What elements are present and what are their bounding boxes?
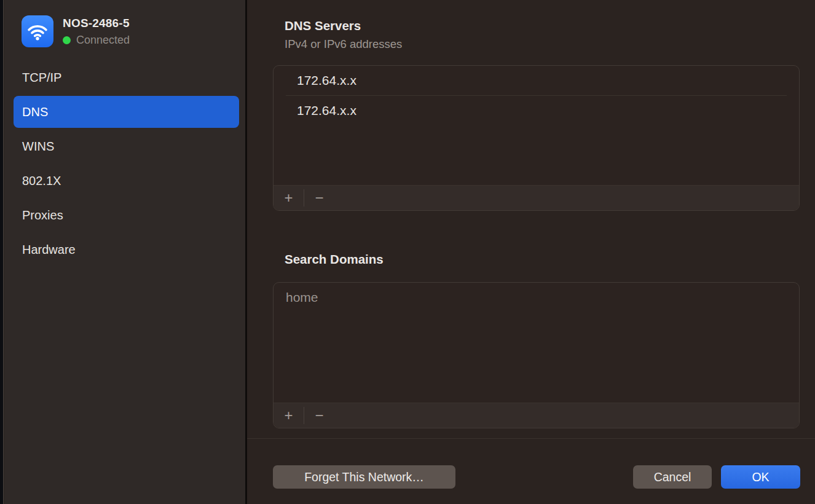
- dns-server-value: 172.64.x.x: [297, 73, 356, 88]
- dns-servers-title: DNS Servers: [285, 18, 361, 33]
- search-domains-toolbar: + −: [274, 403, 799, 428]
- search-domains-rows: home: [274, 283, 799, 403]
- sidebar-item-wins[interactable]: WINS: [14, 130, 239, 162]
- sidebar-item-label: TCP/IP: [22, 71, 61, 85]
- search-domain-entry[interactable]: home: [274, 283, 799, 312]
- dns-servers-toolbar: + −: [274, 185, 799, 210]
- sidebar-item-proxies[interactable]: Proxies: [14, 199, 239, 231]
- search-domains-title: Search Domains: [285, 252, 384, 267]
- remove-dns-server-button[interactable]: −: [304, 186, 334, 210]
- dns-server-value: 172.64.x.x: [297, 103, 356, 118]
- sidebar-item-8021x[interactable]: 802.1X: [14, 165, 239, 197]
- network-name: NOS-2486-5: [63, 17, 130, 30]
- sidebar-item-dns[interactable]: DNS: [14, 96, 239, 128]
- sidebar: NOS-2486-5 Connected TCP/IP DNS WINS 802…: [4, 0, 245, 504]
- sidebar-item-label: 802.1X: [22, 174, 61, 188]
- dns-servers-subtitle: IPv4 or IPv6 addresses: [285, 37, 402, 51]
- main-pane: DNS Servers IPv4 or IPv6 addresses 172.6…: [247, 0, 815, 504]
- sidebar-item-label: WINS: [22, 140, 54, 154]
- footer-divider: [247, 438, 815, 439]
- sidebar-item-label: Hardware: [22, 243, 76, 257]
- ok-button[interactable]: OK: [721, 465, 800, 489]
- remove-search-domain-button[interactable]: −: [304, 403, 334, 428]
- add-dns-server-button[interactable]: +: [274, 186, 304, 210]
- dns-server-entry[interactable]: 172.64.x.x: [274, 66, 799, 95]
- dns-servers-list: 172.64.x.x 172.64.x.x + −: [273, 65, 800, 211]
- connected-status-dot-icon: [63, 36, 71, 44]
- network-header: NOS-2486-5 Connected: [22, 15, 130, 47]
- sidebar-item-tcpip[interactable]: TCP/IP: [14, 61, 239, 93]
- sidebar-item-label: Proxies: [22, 208, 63, 222]
- network-status: Connected: [76, 34, 130, 47]
- dns-servers-rows: 172.64.x.x 172.64.x.x: [274, 66, 799, 185]
- forget-this-network-button[interactable]: Forget This Network…: [273, 465, 455, 489]
- search-domain-value: home: [286, 290, 318, 305]
- wifi-icon: [22, 15, 53, 47]
- cancel-button[interactable]: Cancel: [633, 465, 712, 489]
- sidebar-item-hardware[interactable]: Hardware: [14, 234, 239, 266]
- window-edge: [0, 0, 4, 504]
- dns-server-entry[interactable]: 172.64.x.x: [274, 96, 799, 125]
- add-search-domain-button[interactable]: +: [274, 403, 304, 428]
- sidebar-item-label: DNS: [22, 105, 48, 119]
- sidebar-nav: TCP/IP DNS WINS 802.1X Proxies Hardware: [14, 61, 239, 268]
- search-domains-list: home + −: [273, 282, 800, 428]
